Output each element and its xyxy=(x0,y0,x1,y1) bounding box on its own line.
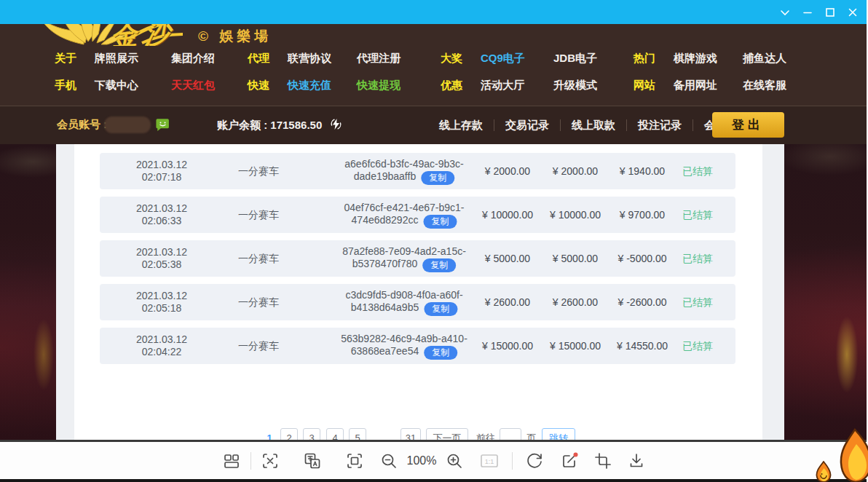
bet-datetime: 2021.03.1202:07:18 xyxy=(136,159,187,183)
transaction-id: 563b9282-46c9-4a9b-a410- 63868ea7ee54复制 xyxy=(341,333,467,359)
nav-item-about[interactable]: 关于 xyxy=(55,52,95,66)
bet-amount: ¥ 15000.00 xyxy=(482,340,533,352)
bet-amount: ¥ 10000.00 xyxy=(482,209,533,221)
nav-item-online-service[interactable]: 在线客服 xyxy=(743,79,812,92)
nav-item-jackpot[interactable]: 大奖 xyxy=(441,52,481,66)
brand-logo-text: 金沙 xyxy=(109,24,178,46)
casino-background: 2021.03.1202:07:18 一分赛车 a6e6fc6d-b3fc-49… xyxy=(0,143,868,440)
link-transaction-record[interactable]: 交易记录 xyxy=(494,119,560,133)
link-bet-record[interactable]: 投注记录 xyxy=(627,119,693,133)
site-header: 金沙 © 娛樂場 关于 牌照展示 集团介绍 代理 联营协议 代理注册 大奖 CQ… xyxy=(0,24,868,143)
transaction-id: a6e6fc6d-b3fc-49ac-9b3c- dade19baaffb复制 xyxy=(344,158,463,184)
nav-item-mobile[interactable]: 手机 xyxy=(55,79,95,92)
divider xyxy=(512,452,513,470)
edit-icon[interactable] xyxy=(560,451,579,470)
balance-text: 账户余额 : 171586.50 xyxy=(217,118,342,133)
fit-screen-icon[interactable] xyxy=(346,452,363,470)
game-name: 一分赛车 xyxy=(238,209,279,221)
bet-record-table: 2021.03.1202:07:18 一分赛车 a6e6fc6d-b3fc-49… xyxy=(100,153,735,371)
win-loss-amount: ¥ -5000.00 xyxy=(618,253,667,265)
nav-item-fast[interactable]: 快速 xyxy=(248,79,288,92)
nav-item-hot[interactable]: 热门 xyxy=(634,52,674,66)
copy-button[interactable]: 复制 xyxy=(421,171,454,185)
link-online-withdraw[interactable]: 线上取款 xyxy=(561,119,626,133)
crop-icon[interactable] xyxy=(594,452,612,470)
nav-item-chess-games[interactable]: 棋牌游戏 xyxy=(674,52,743,66)
valid-amount: ¥ 15000.00 xyxy=(550,340,601,352)
transaction-id: 87a2fe88-7e09-4ad2-a15c- b5378470f780复制 xyxy=(342,245,466,272)
window-bottom-edge xyxy=(0,479,868,482)
game-name: 一分赛车 xyxy=(238,253,279,265)
nav-item-activity-hall[interactable]: 活动大厅 xyxy=(481,79,553,92)
small-flame-icon xyxy=(814,461,833,482)
download-icon[interactable] xyxy=(628,452,645,470)
chat-icon[interactable] xyxy=(155,117,170,133)
window-titlebar xyxy=(0,0,868,24)
bet-datetime: 2021.03.1202:05:38 xyxy=(136,246,187,271)
nav-item-fishing[interactable]: 捕鱼达人 xyxy=(743,52,812,66)
bet-datetime: 2021.03.1202:05:18 xyxy=(136,290,187,315)
table-row: 2021.03.1202:06:33 一分赛车 04ef76cf-e421-4e… xyxy=(100,197,735,233)
nav-item-group-intro[interactable]: 集团介绍 xyxy=(171,52,248,66)
logo-area: 金沙 © 娛樂場 xyxy=(0,24,868,46)
nav-item-fast-deposit[interactable]: 快速充值 xyxy=(288,79,357,92)
translate-icon[interactable] xyxy=(304,452,321,470)
nav-item-agent[interactable]: 代理 xyxy=(248,52,288,66)
nav-item-promo[interactable]: 优惠 xyxy=(441,79,481,92)
win-loss-amount: ¥ 1940.00 xyxy=(620,165,665,178)
zoom-out-icon[interactable] xyxy=(379,451,398,470)
bet-datetime: 2021.03.1202:04:22 xyxy=(136,333,187,358)
table-row: 2021.03.1202:05:38 一分赛车 87a2fe88-7e09-4a… xyxy=(100,240,735,277)
nav-row-2: 手机 下载中心 天天红包 快速 快速充值 快速提现 优惠 活动大厅 升级模式 网… xyxy=(55,79,812,92)
minimize-icon[interactable] xyxy=(796,0,818,24)
extract-text-icon[interactable] xyxy=(261,452,279,470)
nav-item-alliance[interactable]: 联营协议 xyxy=(288,52,357,66)
svg-text:1:1: 1:1 xyxy=(485,458,494,465)
bet-datetime: 2021.03.1202:06:33 xyxy=(136,202,187,227)
divider xyxy=(250,452,251,470)
copy-button[interactable]: 复制 xyxy=(422,258,456,272)
nav-item-upgrade-mode[interactable]: 升级模式 xyxy=(553,79,634,92)
chevron-down-icon[interactable] xyxy=(773,0,796,24)
copy-button[interactable]: 复制 xyxy=(423,215,457,229)
multi-image-icon[interactable] xyxy=(223,452,240,470)
status-settled: 已结算 xyxy=(682,340,713,352)
status-settled: 已结算 xyxy=(682,209,713,221)
valid-amount: ¥ 5000.00 xyxy=(553,253,598,265)
nav-item-cq9[interactable]: CQ9电子 xyxy=(481,52,553,66)
account-bar: 会员账号 : 账户余额 : 171586.50 线上存款 交易记录 线上取款 投… xyxy=(0,106,868,144)
rotate-icon[interactable] xyxy=(526,451,545,470)
copy-button[interactable]: 复制 xyxy=(424,346,457,360)
refresh-balance-icon[interactable] xyxy=(330,118,342,130)
link-online-deposit[interactable]: 线上存款 xyxy=(428,119,494,133)
nav-item-backup-url[interactable]: 备用网址 xyxy=(674,79,743,92)
bet-amount: ¥ 5000.00 xyxy=(485,253,530,265)
game-name: 一分赛车 xyxy=(238,340,279,352)
status-settled: 已结算 xyxy=(682,296,713,309)
nav-item-agent-register[interactable]: 代理注册 xyxy=(357,52,441,66)
table-row: 2021.03.1202:07:18 一分赛车 a6e6fc6d-b3fc-49… xyxy=(100,153,735,189)
nav-item-website[interactable]: 网站 xyxy=(634,79,674,92)
nav-item-fast-withdraw[interactable]: 快速提现 xyxy=(357,79,441,92)
valid-amount: ¥ 10000.00 xyxy=(550,209,601,221)
actual-size-icon[interactable]: 1:1 xyxy=(480,452,499,470)
valid-amount: ¥ 2000.00 xyxy=(553,165,598,178)
game-name: 一分赛车 xyxy=(238,296,279,309)
nav-item-jdb[interactable]: JDB电子 xyxy=(553,52,634,66)
window-controls xyxy=(773,0,864,24)
nav-item-download[interactable]: 下载中心 xyxy=(95,79,171,92)
nav-item-license[interactable]: 牌照展示 xyxy=(95,52,171,66)
logout-button[interactable]: 登出 xyxy=(712,112,784,138)
content-panel: 2021.03.1202:07:18 一分赛车 a6e6fc6d-b3fc-49… xyxy=(74,143,762,440)
nav-item-red-packet[interactable]: 天天红包 xyxy=(171,79,248,92)
zoom-in-icon[interactable] xyxy=(445,451,464,470)
win-loss-amount: ¥ 14550.00 xyxy=(617,340,668,352)
valid-amount: ¥ 2600.00 xyxy=(553,296,598,309)
close-icon[interactable] xyxy=(841,0,864,24)
page-background-panel: 2021.03.1202:07:18 一分赛车 a6e6fc6d-b3fc-49… xyxy=(56,143,784,440)
maximize-icon[interactable] xyxy=(818,0,841,24)
transaction-id: 04ef76cf-e421-4e67-b9c1- 474e6d8292cc复制 xyxy=(344,202,464,228)
copy-button[interactable]: 复制 xyxy=(424,302,457,316)
bet-amount: ¥ 2000.00 xyxy=(485,165,530,178)
win-loss-amount: ¥ 9700.00 xyxy=(620,209,665,221)
